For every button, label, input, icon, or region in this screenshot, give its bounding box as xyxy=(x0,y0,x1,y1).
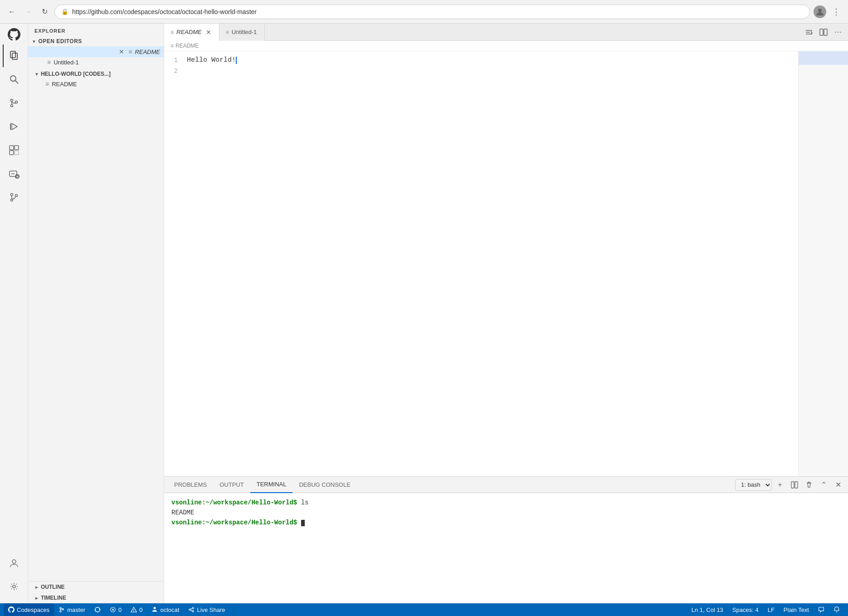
status-branch[interactable]: master xyxy=(54,603,90,616)
browser-menu-button[interactable]: ⋮ xyxy=(830,5,843,18)
warnings-count: 0 xyxy=(139,606,142,613)
svg-rect-27 xyxy=(795,482,798,488)
run-icon xyxy=(8,121,20,132)
github-logo-icon[interactable] xyxy=(8,28,20,41)
panel-close-button[interactable]: ✕ xyxy=(832,479,844,491)
activity-icon-account[interactable] xyxy=(3,552,25,574)
svg-point-7 xyxy=(15,101,17,103)
activity-icon-source-control[interactable] xyxy=(3,92,25,114)
breadcrumb: ≡ README xyxy=(164,41,848,51)
folder-chevron-icon: ▼ xyxy=(34,72,39,77)
browser-back-button[interactable]: ← xyxy=(5,5,18,18)
terminal-line-3: vsonline:~/workspace/Hello-World$ xyxy=(171,518,841,528)
sidebar: EXPLORER ▼ OPEN EDITORS ✕ ≡ README ≡ Unt… xyxy=(28,24,164,603)
activity-icon-settings[interactable] xyxy=(3,575,25,598)
svg-line-4 xyxy=(15,81,18,83)
status-eol[interactable]: LF xyxy=(763,603,779,616)
terminal-line-1: vsonline:~/workspace/Hello-World$ ls xyxy=(171,498,841,508)
split-editor-button[interactable] xyxy=(817,26,830,39)
more-actions-icon: ⋯ xyxy=(834,28,842,36)
folder-file-label: README xyxy=(52,81,77,88)
open-editors-chevron-icon: ▼ xyxy=(32,39,36,44)
activity-icon-pull-requests[interactable] xyxy=(3,186,25,209)
delete-terminal-button[interactable] xyxy=(803,479,815,491)
svg-line-42 xyxy=(191,608,193,609)
terminal-select[interactable]: 1: bash xyxy=(735,479,772,491)
svg-point-22 xyxy=(12,560,16,563)
sync-icon xyxy=(94,606,101,613)
tab-readme-close-button[interactable]: ✕ xyxy=(205,28,213,36)
errors-count: 0 xyxy=(118,606,122,613)
activity-bar-top: ⊕ xyxy=(3,44,25,552)
close-readme-button[interactable]: ✕ xyxy=(117,48,126,56)
tab-bar-actions: ⋯ xyxy=(803,26,848,39)
status-sync[interactable] xyxy=(90,603,105,616)
outline-section-header[interactable]: ► OUTLINE xyxy=(28,582,164,592)
status-warnings[interactable]: 0 xyxy=(126,603,147,616)
line-content-2[interactable] xyxy=(187,66,848,77)
status-errors[interactable]: 0 xyxy=(105,603,126,616)
panel-tab-debug-console[interactable]: DEBUG CONSOLE xyxy=(292,477,356,493)
tab-untitled1[interactable]: ≡ Untitled-1 xyxy=(219,24,265,41)
extensions-icon xyxy=(8,144,20,156)
status-notifications[interactable] xyxy=(829,603,844,616)
panel-tab-output[interactable]: OUTPUT xyxy=(213,477,250,493)
diff-icon xyxy=(805,28,813,36)
activity-icon-search[interactable] xyxy=(3,68,25,91)
activity-icon-remote-explorer[interactable]: ⊕ xyxy=(3,162,25,185)
panel-tab-terminal[interactable]: TERMINAL xyxy=(250,477,293,493)
main-content: ≡ README ✕ ≡ Untitled-1 xyxy=(164,24,848,603)
terminal-path-2: vsonline:~/workspace/Hello-World$ xyxy=(171,519,297,526)
tab-untitled1-icon: ≡ xyxy=(226,29,229,35)
folder-header-hello-world[interactable]: ▼ HELLO-WORLD [CODES...] xyxy=(28,69,164,79)
status-language[interactable]: Plain Text xyxy=(779,603,814,616)
new-terminal-button[interactable]: + xyxy=(774,479,786,491)
timeline-section-header[interactable]: ► TIMELINE xyxy=(28,592,164,603)
status-spaces[interactable]: Spaces: 4 xyxy=(728,603,763,616)
folder-file-readme[interactable]: ≡ README xyxy=(28,79,164,89)
svg-text:⊕: ⊕ xyxy=(16,175,19,179)
folder-file-icon: ≡ xyxy=(45,80,49,88)
browser-forward-button[interactable]: → xyxy=(22,5,34,18)
activity-icon-explorer[interactable] xyxy=(3,44,25,67)
svg-point-5 xyxy=(10,99,13,102)
terminal-line-2: README xyxy=(171,508,841,518)
tab-readme[interactable]: ≡ README ✕ xyxy=(164,24,219,41)
browser-reload-button[interactable]: ↻ xyxy=(38,5,51,18)
editor-area[interactable]: 1 Hello World! 2 xyxy=(164,51,848,476)
live-share-label: Live Share xyxy=(197,606,225,613)
panel-maximize-button[interactable]: ⌃ xyxy=(817,479,830,491)
open-editor-untitled1-label: Untitled-1 xyxy=(54,59,79,66)
panel-tab-problems[interactable]: PROBLEMS xyxy=(168,477,213,493)
open-editor-untitled1[interactable]: ≡ Untitled-1 xyxy=(28,57,164,67)
activity-icon-run[interactable] xyxy=(3,115,25,138)
files-icon xyxy=(9,50,20,62)
remote-icon: ⊕ xyxy=(8,168,20,180)
svg-rect-24 xyxy=(820,29,823,35)
split-terminal-button[interactable] xyxy=(788,479,801,491)
line-content-1[interactable]: Hello World! xyxy=(187,55,848,66)
terminal-area[interactable]: vsonline:~/workspace/Hello-World$ ls REA… xyxy=(164,493,848,603)
status-user[interactable]: octocat xyxy=(147,603,184,616)
status-codespaces[interactable]: Codespaces xyxy=(4,603,54,616)
open-editors-header[interactable]: ▼ OPEN EDITORS xyxy=(28,36,164,46)
tab-readme-icon: ≡ xyxy=(171,29,174,35)
split-editor-icon xyxy=(819,28,828,36)
svg-rect-26 xyxy=(791,482,794,488)
minimap-highlight xyxy=(799,51,848,65)
open-editor-readme[interactable]: ✕ ≡ README xyxy=(28,46,164,57)
activity-icon-extensions[interactable] xyxy=(3,139,25,161)
svg-point-3 xyxy=(10,76,16,81)
more-actions-button[interactable]: ⋯ xyxy=(832,26,844,39)
panel-close-icon: ✕ xyxy=(835,480,841,489)
panel-tab-debug-console-label: DEBUG CONSOLE xyxy=(299,481,350,488)
browser-address-bar[interactable]: 🔒 https://github.com/codespaces/octocat/… xyxy=(54,5,810,19)
diff-editor-button[interactable] xyxy=(803,26,815,39)
svg-point-19 xyxy=(10,194,13,196)
codespaces-label: Codespaces xyxy=(17,606,49,613)
browser-profile-button[interactable] xyxy=(814,5,826,18)
status-live-share[interactable]: Live Share xyxy=(184,603,229,616)
status-position[interactable]: Ln 1, Col 13 xyxy=(687,603,728,616)
status-feedback[interactable] xyxy=(814,603,829,616)
pull-requests-icon xyxy=(8,191,20,203)
